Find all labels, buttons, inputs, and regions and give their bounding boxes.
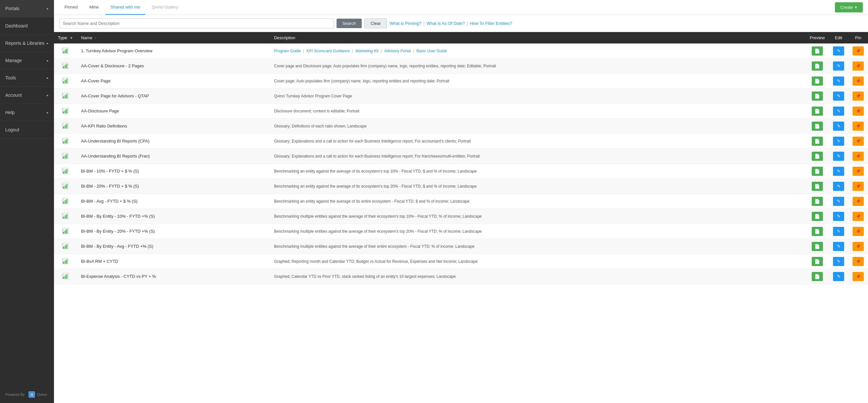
preview-button[interactable]: 📄 [812,212,823,221]
preview-button[interactable]: 📄 [812,182,823,191]
preview-button[interactable]: 📄 [812,227,823,236]
edit-button[interactable]: ✎ [833,227,844,236]
report-type-icon [61,211,70,221]
svg-rect-42 [65,170,66,173]
clear-button[interactable]: Clear [364,18,387,28]
pin-button[interactable]: 📌 [852,167,864,176]
chevron-right-icon: ▸ [47,59,49,63]
edit-cell: ✎ [829,89,848,104]
edit-button[interactable]: ✎ [833,122,844,131]
preview-button[interactable]: 📄 [812,46,823,56]
sidebar-item-portals[interactable]: Portals ▸ [0,0,54,17]
search-input[interactable] [59,18,334,28]
desc-cell: Qvinci Turnkey Advisor Program Cover Pag… [270,89,806,104]
svg-rect-23 [66,109,67,113]
tab-mine[interactable]: Mine [84,0,104,15]
search-button[interactable]: Search [337,19,362,28]
sidebar-item-manage[interactable]: Manage ▸ [0,52,54,69]
edit-button[interactable]: ✎ [833,46,844,56]
table-row: BI-BM - Avg - FYTD + $ % (S)Benchmarking… [54,194,868,209]
pin-button[interactable]: 📌 [852,152,864,161]
desc-cell: Program Guide | KPI Scorecard Guidance |… [270,43,806,59]
tab-shared-with-me[interactable]: Shared with me [105,0,145,15]
preview-button[interactable]: 📄 [812,76,823,86]
edit-button[interactable]: ✎ [833,257,844,266]
filter-icon: ▼ [70,36,73,40]
type-cell [54,224,77,239]
col-header-name[interactable]: Name ↑ [77,32,270,43]
pin-button[interactable]: 📌 [852,212,864,221]
pin-button[interactable]: 📌 [852,46,864,56]
edit-button[interactable]: ✎ [833,167,844,176]
sidebar-item-reports-libraries[interactable]: Reports & Libraries ▸ [0,35,54,52]
desc-link[interactable]: KPI Scorecard Guidance [306,49,350,53]
sidebar-item-dashboard[interactable]: Dashboard [0,17,54,35]
pin-button[interactable]: 📌 [852,76,864,86]
pin-button[interactable]: 📌 [852,242,864,251]
edit-button[interactable]: ✎ [833,106,844,116]
sidebar-item-account[interactable]: Account ▸ [0,87,54,104]
preview-button[interactable]: 📄 [812,137,823,146]
preview-button[interactable]: 📄 [812,242,823,251]
desc-link[interactable]: Program Guide [274,49,301,53]
pin-button[interactable]: 📌 [852,106,864,116]
sidebar-item-logout[interactable]: Logout [0,121,54,139]
desc-cell: Benchmarking an entity against the avera… [270,164,806,179]
edit-button[interactable]: ✎ [833,92,844,101]
desc-link[interactable]: Marketing Kit [355,49,378,53]
pin-button[interactable]: 📌 [852,62,864,71]
preview-button[interactable]: 📄 [812,92,823,101]
preview-button[interactable]: 📄 [812,106,823,116]
edit-cell: ✎ [829,254,848,269]
preview-button[interactable]: 📄 [812,62,823,71]
edit-cell: ✎ [829,179,848,194]
preview-button[interactable]: 📄 [812,272,823,281]
preview-button[interactable]: 📄 [812,122,823,131]
name-cell: BI-BM - Avg - FYTD + $ % (S) [77,194,270,209]
pin-button[interactable]: 📌 [852,272,864,281]
pin-button[interactable]: 📌 [852,182,864,191]
edit-button[interactable]: ✎ [833,197,844,206]
preview-button[interactable]: 📄 [812,152,823,161]
sidebar-item-label: Account [5,93,22,98]
sidebar-item-help[interactable]: Help ▸ [0,104,54,121]
pin-button[interactable]: 📌 [852,92,864,101]
pin-button[interactable]: 📌 [852,257,864,266]
report-type-icon [61,272,70,281]
type-cell [54,59,77,73]
preview-cell: 📄 [806,239,829,254]
sidebar-item-tools[interactable]: Tools ▸ [0,69,54,87]
preview-button[interactable]: 📄 [812,257,823,266]
desc-link[interactable]: Advisory Portal [384,49,411,53]
edit-button[interactable]: ✎ [833,212,844,221]
help-link-asofdate[interactable]: What is As Of Date? [427,21,465,26]
create-button[interactable]: Create ▼ [835,2,863,12]
type-cell [54,209,77,224]
edit-button[interactable]: ✎ [833,152,844,161]
preview-button[interactable]: 📄 [812,167,823,176]
pin-button[interactable]: 📌 [852,122,864,131]
svg-rect-17 [65,95,66,98]
edit-button[interactable]: ✎ [833,137,844,146]
tab-pinned[interactable]: Pinned [59,0,83,15]
pin-cell: 📌 [848,43,868,59]
edit-button[interactable]: ✎ [833,272,844,281]
edit-button[interactable]: ✎ [833,76,844,86]
help-link-filter[interactable]: How To Filter Entities? [470,21,512,26]
edit-button[interactable]: ✎ [833,182,844,191]
svg-rect-62 [65,230,66,234]
pin-button[interactable]: 📌 [852,197,864,206]
svg-rect-1 [63,51,64,53]
chevron-right-icon: ▸ [47,6,49,11]
edit-button[interactable]: ✎ [833,62,844,71]
help-link-pinning[interactable]: What is Pinning? [390,21,422,26]
preview-button[interactable]: 📄 [812,197,823,206]
pin-button[interactable]: 📌 [852,137,864,146]
desc-link[interactable]: Basic User Guide [416,49,447,53]
svg-rect-52 [65,200,66,204]
pin-button[interactable]: 📌 [852,227,864,236]
type-cell [54,269,77,284]
edit-button[interactable]: ✎ [833,242,844,251]
preview-cell: 📄 [806,149,829,164]
type-cell [54,119,77,134]
